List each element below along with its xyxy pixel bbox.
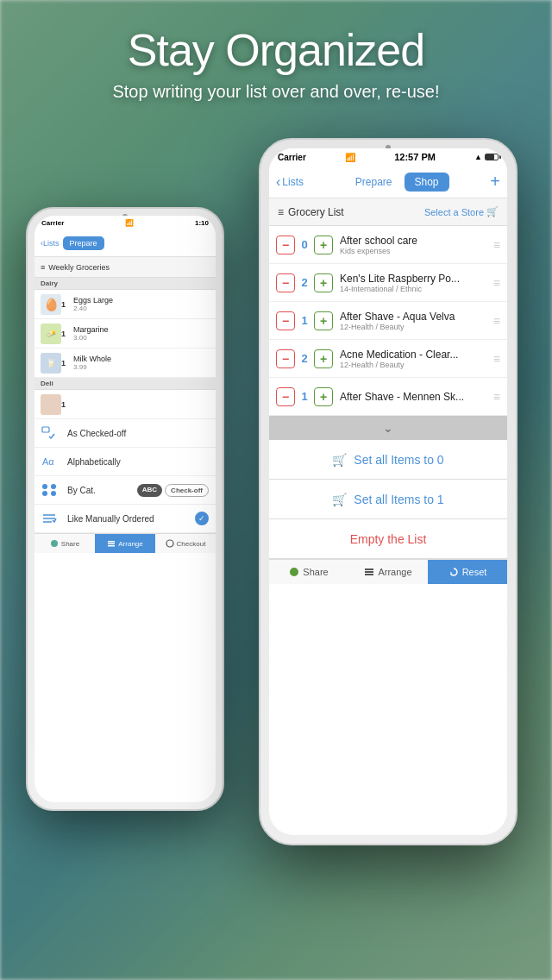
back-thumb-eggs: 🥚 bbox=[41, 294, 61, 315]
front-nav-bar: ‹ Lists Prepare Shop + bbox=[269, 166, 507, 198]
front-time: 12:57 PM bbox=[394, 152, 436, 162]
category-dairy: Dairy bbox=[34, 278, 216, 290]
qty-minus-3[interactable]: − bbox=[276, 349, 295, 368]
back-thumb-deli bbox=[41, 394, 61, 415]
svg-rect-10 bbox=[108, 541, 115, 543]
cart-zero-icon: 🛒 bbox=[332, 453, 347, 467]
front-add-button[interactable]: + bbox=[490, 172, 500, 192]
back-nav-back[interactable]: ‹ Lists bbox=[41, 239, 60, 248]
front-status-icons: ▲ bbox=[474, 153, 499, 161]
back-list-title: Weekly Groceries bbox=[48, 263, 110, 272]
svg-point-3 bbox=[51, 484, 56, 489]
item-row-3: − 2 + Acne Medication - Clear... 12-Heal… bbox=[269, 340, 507, 378]
front-status-bar: Carrier 📶 12:57 PM ▲ bbox=[269, 148, 507, 166]
front-section-header: ≡ Grocery List Select a Store 🛒 bbox=[269, 198, 507, 226]
select-store-button[interactable]: Select a Store 🛒 bbox=[424, 206, 499, 217]
sort-manual-check: ✓ bbox=[195, 512, 209, 525]
back-arrange-button[interactable]: Arrange bbox=[95, 534, 155, 553]
back-carrier: Carrier bbox=[41, 219, 64, 227]
back-item-eggs: 🥚 1 Eggs Large 2.40 bbox=[34, 290, 216, 319]
front-phone-screen: Carrier 📶 12:57 PM ▲ ‹ Lists Prepare Sho… bbox=[269, 148, 507, 835]
svg-rect-17 bbox=[365, 574, 373, 575]
manual-icon bbox=[41, 511, 60, 526]
sort-label-manual: Like Manually Ordered bbox=[67, 514, 188, 524]
qty-plus-0[interactable]: + bbox=[314, 236, 333, 254]
svg-point-5 bbox=[51, 491, 56, 496]
qty-num-3: 2 bbox=[295, 352, 314, 365]
front-reset-button[interactable]: Reset bbox=[428, 560, 507, 584]
svg-point-13 bbox=[166, 540, 173, 547]
back-time: 1:10 bbox=[195, 219, 209, 227]
item-sub-2: 12-Health / Beauty bbox=[340, 323, 493, 331]
back-thumb-margarine: 🧈 bbox=[41, 324, 61, 344]
qty-plus-2[interactable]: + bbox=[314, 311, 333, 330]
cat-icon bbox=[41, 482, 60, 498]
sort-label-alpha: Alphabetically bbox=[67, 457, 209, 467]
back-thumb-milk: 🥛 bbox=[41, 353, 61, 374]
qty-minus-0[interactable]: − bbox=[276, 236, 295, 254]
front-arrange-button[interactable]: Arrange bbox=[348, 560, 428, 584]
front-nav-back[interactable]: ‹ Lists bbox=[276, 174, 304, 190]
chevron-down-icon: ⌄ bbox=[383, 421, 393, 435]
item-sub-0: Kids expenses bbox=[340, 247, 493, 255]
cart-one-icon: 🛒 bbox=[332, 493, 347, 506]
svg-text:Aα: Aα bbox=[42, 456, 54, 467]
svg-rect-0 bbox=[42, 427, 49, 432]
back-phone-screen: Carrier 📶 1:10 ‹ Lists Prepare ≡ Weekly … bbox=[34, 216, 216, 802]
qty-num-0: 0 bbox=[295, 238, 314, 251]
alpha-icon: Aα bbox=[41, 454, 60, 469]
front-list-title: Grocery List bbox=[288, 206, 344, 218]
item-name-1: Ken's Lite Raspberry Po... bbox=[340, 273, 493, 285]
drag-handle-2[interactable]: ≡ bbox=[493, 314, 500, 328]
back-section-header: ≡ Weekly Groceries bbox=[34, 257, 216, 278]
category-deli: Deli bbox=[34, 378, 216, 390]
back-item-deli: 1 bbox=[34, 390, 216, 419]
sort-label-bycat: By Cat. bbox=[67, 486, 130, 495]
svg-rect-11 bbox=[108, 543, 115, 545]
set-all-zero-button[interactable]: 🛒 Set all Items to 0 bbox=[269, 440, 507, 480]
sort-like-manual[interactable]: Like Manually Ordered ✓ bbox=[34, 505, 216, 533]
item-sub-3: 12-Health / Beauty bbox=[340, 361, 493, 369]
sort-label-checkedoff: As Checked-off bbox=[67, 429, 209, 438]
svg-rect-12 bbox=[108, 545, 115, 547]
qty-plus-3[interactable]: + bbox=[314, 349, 333, 368]
front-toolbar: Share Arrange Reset bbox=[269, 559, 507, 584]
drag-handle-1[interactable]: ≡ bbox=[493, 276, 500, 290]
tab-prepare[interactable]: Prepare bbox=[345, 173, 403, 192]
set-all-one-button[interactable]: 🛒 Set all Items to 1 bbox=[269, 480, 507, 519]
item-sub-1: 14-International / Ethnic bbox=[340, 285, 493, 293]
item-row-1: − 2 + Ken's Lite Raspberry Po... 14-Inte… bbox=[269, 264, 507, 302]
svg-point-4 bbox=[42, 491, 47, 496]
drag-handle-4[interactable]: ≡ bbox=[493, 390, 500, 404]
drag-handle-0[interactable]: ≡ bbox=[493, 238, 500, 252]
svg-point-9 bbox=[51, 540, 58, 547]
sort-as-checked-off[interactable]: As Checked-off bbox=[34, 419, 216, 448]
sort-by-category[interactable]: By Cat. ABC Check-off bbox=[34, 476, 216, 505]
qty-num-1: 2 bbox=[295, 276, 314, 289]
item-row-2: − 1 + After Shave - Aqua Velva 12-Health… bbox=[269, 302, 507, 340]
back-share-button[interactable]: Share bbox=[34, 534, 95, 553]
front-share-button[interactable]: Share bbox=[269, 560, 348, 584]
tab-shop[interactable]: Shop bbox=[405, 173, 449, 192]
drag-handle-3[interactable]: ≡ bbox=[493, 352, 500, 366]
back-item-margarine: 🧈 1 Margarine 3.00 bbox=[34, 319, 216, 349]
back-checkout-button[interactable]: Checkout bbox=[155, 534, 216, 553]
empty-list-button[interactable]: Empty the List bbox=[269, 519, 507, 559]
back-item-milk: 🥛 1 Milk Whole 3.99 bbox=[34, 349, 216, 378]
front-carrier: Carrier bbox=[278, 153, 306, 162]
item-row-4: − 1 + After Shave - Mennen Sk... ≡ bbox=[269, 378, 507, 416]
svg-point-2 bbox=[42, 484, 47, 489]
qty-plus-1[interactable]: + bbox=[314, 273, 333, 292]
qty-minus-1[interactable]: − bbox=[276, 273, 295, 292]
svg-point-14 bbox=[290, 568, 298, 576]
sort-alphabetically[interactable]: Aα Alphabetically bbox=[34, 448, 216, 476]
qty-num-4: 1 bbox=[295, 390, 314, 403]
hero-section: Stay Organized Stop writing your list ov… bbox=[0, 26, 552, 102]
qty-plus-4[interactable]: + bbox=[314, 387, 333, 406]
qty-minus-2[interactable]: − bbox=[276, 311, 295, 330]
dropdown-toggle[interactable]: ⌄ bbox=[269, 416, 507, 440]
back-tab-prepare[interactable]: Prepare bbox=[63, 236, 104, 250]
front-nav-tabs: Prepare Shop bbox=[304, 173, 490, 192]
qty-minus-4[interactable]: − bbox=[276, 387, 295, 406]
back-toolbar: Share Arrange Checkout bbox=[34, 533, 216, 553]
